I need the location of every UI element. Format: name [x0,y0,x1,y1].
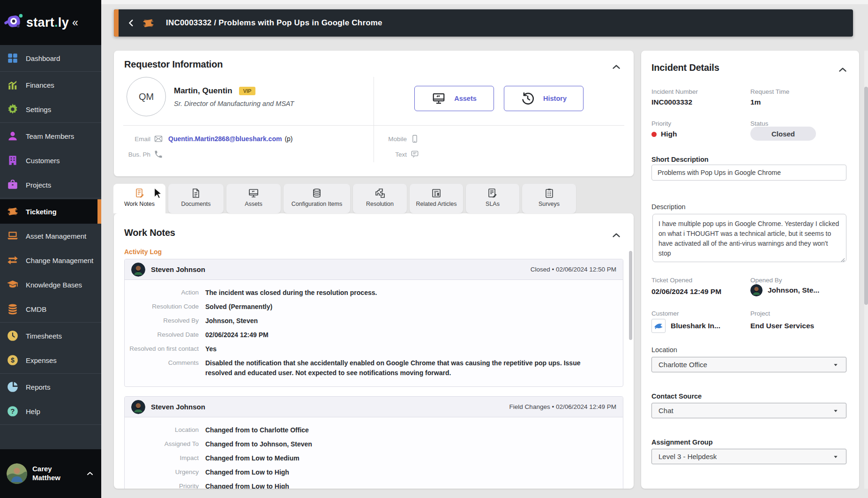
sidebar-item-change-management[interactable]: Change Management [0,248,101,272]
sidebar-item-finances[interactable]: Finances [0,73,101,97]
envelope-icon [154,134,163,143]
assets-button[interactable]: Assets [414,86,494,111]
location-select[interactable]: Charlotte Office [651,357,846,372]
brand-logo: start.ly [26,15,69,30]
pie-icon [7,381,19,393]
sidebar-item-label: Knowledge Bases [26,281,82,289]
sidebar-item-timesheets[interactable]: Timesheets [0,324,101,348]
author-avatar [131,400,145,414]
contact-source-select[interactable]: Chat [651,403,846,418]
tab-label: Work Notes [124,201,155,207]
history-button-label: History [543,95,567,102]
activity-entry: Steven JohnsonClosed • 02/06/2024 12:50 … [124,259,623,387]
ticket-icon [7,205,19,218]
short-description-label: Short Description [651,156,709,163]
sidebar-item-label: CMDB [26,305,46,313]
sidebar-item-label: Help [26,407,40,415]
field-value: Johnson, Steven [205,316,609,326]
field-label: Resolved By [125,316,199,326]
tab-label: Configuration Items [292,201,342,207]
tab-slas[interactable]: SLAs [466,184,519,213]
sidebar-item-asset-management[interactable]: Asset Management [0,224,101,248]
field-label: Comments [125,358,199,378]
field-label: Priority [125,482,199,489]
mobile-phone-icon [410,134,419,143]
chevron-up-icon[interactable] [85,469,95,478]
sidebar: start.ly « DashboardFinancesSettingsTeam… [0,0,101,498]
sidebar-item-label: Asset Management [26,232,86,240]
collapse-incident-details-button[interactable] [837,64,849,76]
email-link[interactable]: Quentin.Martin2868@blueshark.com [168,135,282,143]
history-clock-icon [521,91,535,106]
sidebar-group: Team MembersCustomersProjects [0,123,101,198]
back-button[interactable] [126,18,136,28]
tab-surveys[interactable]: Surveys [522,184,576,213]
tab-label: Related Articles [416,201,457,207]
sidebar-group: Reports?Help [0,374,101,425]
ticket-opened-label: Ticket Opened [651,277,692,284]
sidebar-item-settings[interactable]: Settings [0,97,101,121]
incident-header-bar: INC0003332 / Problems with Pop Ups in Go… [114,9,853,37]
gradcap-icon [7,279,19,291]
sidebar-item-label: Dashboard [26,54,60,62]
activity-log-title: Activity Log [124,248,162,256]
requestor-avatar: QM [127,77,166,116]
contact-source-label: Contact Source [651,392,702,400]
business-phone-row: Bus. Ph [123,150,163,159]
field-value: Changed from to Johnson, Steven [205,439,609,449]
tab-work-notes[interactable]: Work Notes [113,184,165,213]
briefcase-icon [7,179,19,191]
email-label: Email [123,136,150,143]
sidebar-collapse-button[interactable]: « [72,16,78,29]
assignment-group-select[interactable]: Level 3 - Helpdesk [651,449,846,464]
author-avatar [131,263,145,277]
status-badge[interactable]: Closed [750,127,816,141]
email-suffix: (p) [284,135,292,143]
monitor-icon [432,91,446,106]
author-name: Steven Johnson [151,403,504,411]
sidebar-item-projects[interactable]: Projects [0,173,101,197]
user-menu[interactable]: Carey Matthew [0,449,101,498]
history-button[interactable]: History [504,86,584,111]
sidebar-item-expenses[interactable]: $Expenses [0,348,101,372]
tab-label: Resolution [366,201,394,207]
sidebar-item-help[interactable]: ?Help [0,399,101,423]
tab-documents[interactable]: Documents [168,184,224,213]
mobile-row: Mobile [376,134,419,143]
work-notes-scrollbar[interactable] [629,251,632,340]
sidebar-item-dashboard[interactable]: Dashboard [0,46,101,70]
tab-related-articles[interactable]: Related Articles [410,184,463,213]
sidebar-item-customers[interactable]: Customers [0,148,101,173]
field-label: Urgency [125,468,199,477]
tab-assets[interactable]: Assets [226,184,281,213]
sidebar-group: Dashboard [0,45,101,72]
sidebar-item-ticketing[interactable]: Ticketing [0,199,101,224]
field-value: Changed from Low to High [205,468,609,477]
tab-resolution[interactable]: Resolution [353,184,407,213]
sidebar-item-label: Projects [26,181,51,189]
short-description-input[interactable]: Problems with Pop Ups in Google Chrome [651,165,846,181]
work-notes-card: Work Notes Activity Log Steven JohnsonCl… [114,213,634,489]
tab-configuration-items[interactable]: Configuration Items [284,184,350,213]
horizontal-divider [123,125,624,126]
tab-label: Documents [181,201,210,207]
text-label: Text [376,151,407,158]
collapse-work-notes-button[interactable] [610,229,622,241]
collapse-requestor-button[interactable] [610,61,622,73]
activity-entry-body: ActionThe incident was closed during the… [125,280,623,386]
resize-handle-icon[interactable] [839,255,845,261]
activity-entry-header: Steven JohnsonClosed • 02/06/2024 12:50 … [125,259,623,280]
customer-logo-icon [651,319,666,333]
sidebar-item-knowledge-bases[interactable]: Knowledge Bases [0,272,101,297]
sidebar-item-label: Customers [26,157,60,165]
activity-entry: Steven JohnsonField Changes • 02/06/2024… [124,396,623,489]
customer-label: Customer [651,310,679,317]
person-icon [7,130,19,142]
sidebar-item-label: Team Members [26,132,74,140]
sidebar-item-team-members[interactable]: Team Members [0,124,101,148]
sidebar-item-reports[interactable]: Reports [0,375,101,399]
sidebar-item-cmdb[interactable]: CMDB [0,297,101,321]
description-textarea[interactable]: I have multiple pop ups in Google Chrome… [652,214,846,262]
page-scrollbar-thumb[interactable] [864,87,868,305]
question-icon: ? [7,405,19,417]
